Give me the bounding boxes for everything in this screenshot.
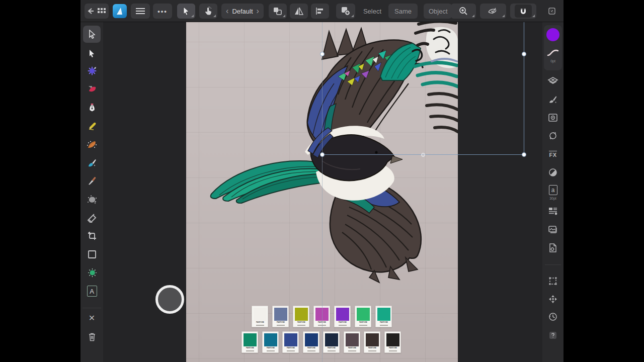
transform-icon	[548, 276, 558, 286]
close-button[interactable]: ✕	[83, 309, 101, 326]
fill-tool[interactable]	[83, 80, 101, 98]
pantone-swatch[interactable]: PANTONE	[282, 331, 299, 353]
snapping-button[interactable]	[510, 4, 536, 19]
selection-handle-mid-right[interactable]	[522, 52, 526, 56]
navigator-icon	[548, 294, 558, 304]
transparency-panel-button[interactable]	[544, 165, 561, 180]
crop-tool[interactable]	[83, 227, 101, 244]
pantone-swatch[interactable]: PANTONE	[303, 331, 319, 353]
select-object-button[interactable]: Object	[424, 4, 452, 19]
stroke-size-label: 0pt	[542, 59, 564, 63]
app-logo[interactable]	[113, 4, 127, 18]
knife-icon	[87, 176, 97, 186]
fill-color-well[interactable]	[544, 27, 561, 42]
fullscreen-button[interactable]	[544, 4, 559, 19]
fx-panel-button[interactable]: FX	[544, 147, 561, 162]
document-panel-button[interactable]	[544, 240, 561, 255]
pantone-swatch[interactable]: PANTONE	[293, 306, 309, 327]
layers-panel-button[interactable]	[544, 73, 561, 88]
node-cursor-icon	[88, 49, 96, 58]
magnifier-icon	[458, 6, 468, 16]
character-panel-button[interactable]: a	[544, 183, 561, 198]
swatch-code-line	[359, 325, 367, 326]
selection-handle-bottom-mid[interactable]	[421, 153, 425, 157]
selection-handle-mid-left[interactable]	[320, 52, 325, 56]
effects-panel-button[interactable]	[544, 128, 561, 143]
preset-label: Default	[232, 8, 253, 15]
pantone-swatch[interactable]: PANTONE	[364, 331, 380, 353]
swatch-code-line	[287, 350, 295, 351]
pantone-swatch[interactable]: PANTONE	[344, 331, 360, 353]
hamburger-icon	[136, 8, 145, 14]
add-shape-icon	[341, 6, 351, 16]
pen-tool[interactable]	[83, 99, 101, 116]
chevron-left-icon[interactable]: ‹	[222, 7, 232, 16]
zoom-tool-button[interactable]	[451, 4, 476, 19]
home-gallery-button[interactable]	[85, 4, 109, 19]
swatch-brand-label: PANTONE	[294, 321, 308, 323]
knife-tool[interactable]	[83, 172, 101, 190]
pantone-swatch[interactable]: PANTONE	[242, 331, 258, 353]
flip-button[interactable]	[290, 4, 308, 19]
brushes-panel-button[interactable]	[544, 92, 561, 107]
align-button[interactable]	[311, 4, 329, 19]
pantone-swatch[interactable]: PANTONE	[323, 331, 340, 353]
document-gear-icon	[548, 243, 557, 253]
gesture-controller-button[interactable]	[199, 4, 217, 19]
preset-selector[interactable]: ‹ Default ›	[221, 4, 264, 19]
history-panel-button[interactable]	[544, 309, 561, 324]
corner-gear-icon	[87, 66, 97, 76]
pantone-swatch[interactable]: PANTONE	[334, 306, 351, 327]
design-app-window: ••• ‹ Default ›	[80, 0, 564, 362]
view-mode-button[interactable]	[480, 4, 506, 19]
adjustments-panel-button[interactable]	[544, 110, 561, 125]
erase-brush-tool[interactable]	[83, 209, 101, 226]
paint-brush-tool[interactable]	[83, 154, 101, 171]
boolean-add-button[interactable]	[336, 4, 355, 19]
history-clock-icon	[548, 312, 558, 322]
pantone-swatch[interactable]: PANTONE	[384, 331, 401, 353]
pencil-icon	[87, 121, 97, 131]
paragraph-panel-button[interactable]	[544, 204, 561, 219]
vector-brush-tool[interactable]	[83, 136, 101, 153]
selection-edge-right	[524, 22, 524, 154]
selection-handle-bottom-left[interactable]	[320, 152, 325, 157]
navigator-panel-button[interactable]	[544, 292, 561, 307]
brush-icon	[548, 95, 558, 105]
swatch-brand-label: PANTONE	[304, 347, 318, 348]
pantone-swatch[interactable]: PANTONE	[355, 306, 371, 327]
pantone-swatch[interactable]: PANTONE	[262, 331, 279, 353]
vertical-guide[interactable]	[322, 22, 323, 362]
more-options-button[interactable]: •••	[153, 4, 172, 19]
touch-puck[interactable]	[155, 285, 184, 314]
select-menu[interactable]: Select	[360, 4, 384, 19]
move-tool-button[interactable]	[177, 4, 195, 19]
swatch-color	[305, 333, 318, 346]
transform-panel-button[interactable]	[544, 274, 561, 289]
selection-handle-bottom-right[interactable]	[522, 152, 526, 157]
select-same-button[interactable]: Same	[388, 4, 418, 19]
pantone-swatch[interactable]: PANTONE	[252, 306, 268, 327]
selection-brush-tool[interactable]	[83, 264, 101, 281]
flood-fill-tool[interactable]	[83, 191, 101, 208]
pantone-swatch[interactable]: PANTONE	[272, 306, 289, 327]
swatch-code-line	[256, 325, 264, 326]
image-icon	[548, 225, 558, 234]
text-tool[interactable]: A	[83, 283, 101, 300]
chevron-right-icon[interactable]: ›	[253, 7, 263, 16]
pantone-swatch[interactable]: PANTONE	[375, 306, 392, 327]
rectangle-tool[interactable]	[83, 246, 101, 263]
stroke-style-button[interactable]	[544, 45, 561, 60]
swatch-brand-label: PANTONE	[345, 347, 359, 348]
node-tool[interactable]	[83, 45, 101, 62]
media-panel-button[interactable]	[544, 222, 561, 237]
move-tool[interactable]	[83, 26, 101, 43]
pencil-tool[interactable]	[83, 118, 101, 135]
help-button[interactable]	[544, 328, 561, 343]
menu-button[interactable]	[131, 4, 150, 19]
duplicate-button[interactable]	[269, 4, 287, 19]
close-icon: ✕	[89, 313, 95, 323]
corner-tool[interactable]	[83, 62, 101, 79]
delete-button[interactable]	[83, 328, 101, 345]
back-grid-icon	[87, 7, 107, 15]
